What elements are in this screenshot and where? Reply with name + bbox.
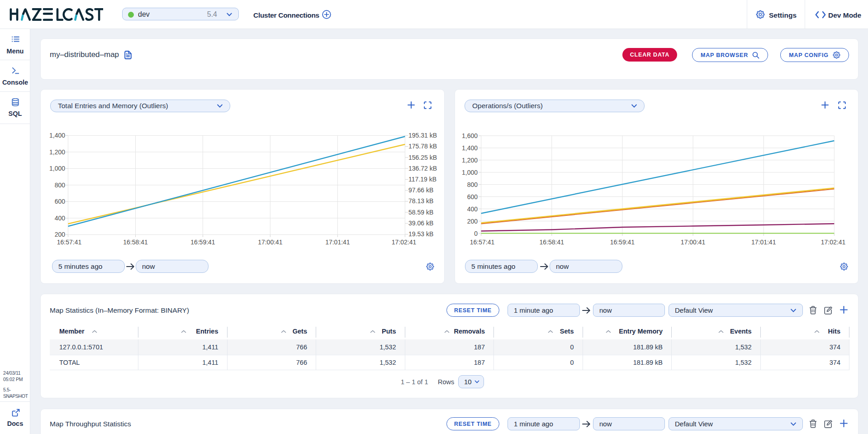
svg-text:600: 600 bbox=[467, 193, 478, 200]
svg-text:1,000: 1,000 bbox=[462, 169, 478, 176]
svg-text:17:02:41: 17:02:41 bbox=[392, 238, 417, 246]
svg-text:400: 400 bbox=[55, 215, 66, 222]
svg-text:117.19 kB: 117.19 kB bbox=[408, 176, 436, 183]
svg-text:175.78 kB: 175.78 kB bbox=[408, 143, 437, 150]
svg-text:17:01:41: 17:01:41 bbox=[751, 238, 776, 246]
svg-text:16:57:41: 16:57:41 bbox=[470, 238, 495, 246]
svg-text:1,200: 1,200 bbox=[462, 157, 478, 164]
svg-text:1,600: 1,600 bbox=[462, 132, 478, 139]
svg-text:800: 800 bbox=[467, 181, 478, 188]
svg-text:16:58:41: 16:58:41 bbox=[123, 238, 148, 246]
svg-text:97.66 kB: 97.66 kB bbox=[408, 186, 433, 194]
svg-text:78.13 kB: 78.13 kB bbox=[408, 197, 433, 205]
svg-text:200: 200 bbox=[55, 231, 66, 238]
svg-text:600: 600 bbox=[55, 198, 66, 205]
svg-text:17:02:41: 17:02:41 bbox=[821, 238, 846, 246]
svg-text:39.06 kB: 39.06 kB bbox=[408, 219, 433, 227]
svg-text:17:00:41: 17:00:41 bbox=[258, 238, 283, 246]
svg-text:0: 0 bbox=[474, 230, 478, 237]
svg-text:16:59:41: 16:59:41 bbox=[610, 238, 635, 246]
svg-text:1,200: 1,200 bbox=[49, 148, 65, 156]
svg-text:1,400: 1,400 bbox=[49, 132, 65, 139]
svg-text:195.31 kB: 195.31 kB bbox=[408, 132, 437, 139]
svg-text:16:57:41: 16:57:41 bbox=[57, 238, 82, 246]
svg-text:58.59 kB: 58.59 kB bbox=[408, 209, 433, 216]
svg-text:1,400: 1,400 bbox=[462, 144, 478, 152]
svg-text:400: 400 bbox=[467, 205, 478, 213]
svg-text:800: 800 bbox=[55, 181, 66, 189]
svg-text:16:59:41: 16:59:41 bbox=[190, 238, 215, 246]
svg-text:16:58:41: 16:58:41 bbox=[540, 238, 564, 246]
svg-text:136.72 kB: 136.72 kB bbox=[408, 165, 437, 172]
svg-text:156.25 kB: 156.25 kB bbox=[408, 154, 437, 161]
svg-text:17:01:41: 17:01:41 bbox=[325, 238, 350, 246]
svg-text:1,000: 1,000 bbox=[49, 165, 65, 172]
svg-text:17:00:41: 17:00:41 bbox=[681, 238, 706, 246]
svg-text:200: 200 bbox=[467, 218, 478, 225]
svg-text:19.53 kB: 19.53 kB bbox=[408, 230, 433, 238]
